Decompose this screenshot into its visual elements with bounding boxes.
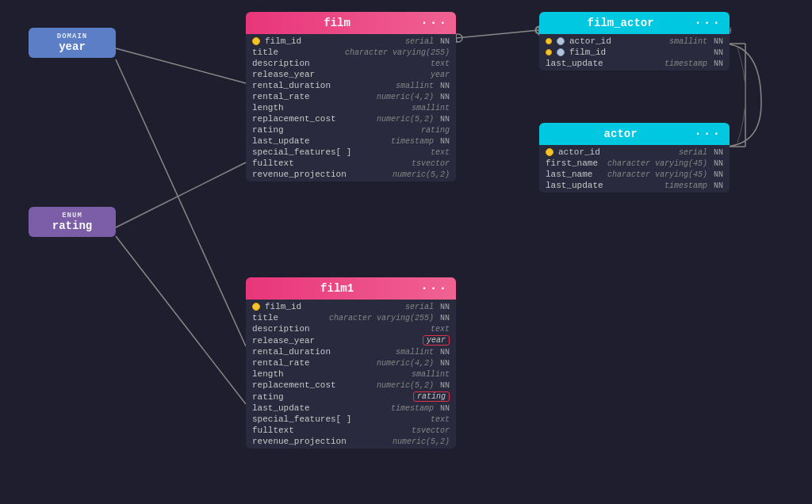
fk-icon (557, 48, 565, 56)
enum-rating-label-main: rating (38, 220, 106, 232)
svg-line-0 (116, 48, 246, 83)
col-type: numeric(4,2) (377, 359, 434, 368)
table-film-actor-dots[interactable]: ··· (694, 16, 722, 30)
col-name: actor_id (546, 147, 600, 157)
col-nn: NN (714, 59, 723, 68)
col-name: description (252, 59, 310, 68)
svg-line-1 (116, 59, 246, 346)
col-nn: NN (440, 303, 450, 311)
col-name: revenue_projection (252, 437, 347, 446)
pk-icon (252, 303, 260, 311)
table-row: length smallint (246, 102, 456, 113)
table-film-dots[interactable]: ··· (420, 16, 448, 30)
col-name: last_update (546, 59, 603, 68)
pk-icon (546, 49, 552, 55)
col-type: text (431, 148, 450, 157)
table-film1-title: film1 (254, 282, 420, 295)
table-row: last_update timestamp NN (539, 58, 730, 69)
col-type: serial (679, 148, 707, 157)
col-name: fulltext (252, 158, 294, 168)
col-nn: NN (440, 93, 450, 101)
col-type: character varying(45) (607, 159, 707, 168)
enum-rating-label-top: ENUM (38, 212, 106, 220)
table-row: last_update timestamp NN (539, 180, 730, 191)
table-film-body: film_id serial NN title character varyin… (246, 34, 456, 181)
table-row: film_id serial NN (246, 36, 456, 47)
col-name: length (252, 103, 284, 113)
col-name: special_features[ ] (252, 414, 351, 424)
table-row: release_year year (246, 69, 456, 80)
col-nn: NN (714, 170, 723, 179)
col-type: numeric(4,2) (377, 93, 434, 101)
col-name: rating (252, 125, 284, 135)
table-film1: film1 ··· film_id serial NN title charac… (246, 277, 456, 449)
table-film1-dots[interactable]: ··· (420, 281, 448, 296)
col-type: serial (405, 37, 434, 46)
col-nn: NN (440, 404, 450, 413)
col-type: smallint (396, 82, 434, 90)
table-row: film_id NN (539, 47, 730, 58)
col-nn: NN (714, 159, 723, 168)
table-row: release_year year (246, 334, 456, 346)
svg-line-3 (116, 236, 246, 404)
col-type: tsvector (412, 426, 450, 435)
col-type: serial (405, 303, 434, 311)
col-name: actor_id (546, 36, 611, 46)
table-row: first_name character varying(45) NN (539, 158, 730, 169)
col-name: last_update (546, 181, 603, 190)
table-row: description text (246, 58, 456, 69)
table-row: rental_duration smallint NN (246, 346, 456, 357)
table-row: special_features[ ] text (246, 414, 456, 425)
col-nn: NN (440, 359, 450, 368)
pk-icon (546, 148, 553, 156)
col-nn: NN (714, 148, 723, 157)
col-name: last_update (252, 403, 310, 413)
col-type: timestamp (391, 404, 434, 413)
table-row: film_id serial NN (246, 301, 456, 312)
table-film-actor-body: actor_id smallint NN film_id NN last_upd… (539, 34, 730, 71)
col-name: description (252, 324, 310, 334)
table-row: revenue_projection numeric(5,2) (246, 436, 456, 447)
col-type: text (431, 59, 450, 68)
col-nn: NN (440, 348, 450, 357)
col-name: title (252, 313, 278, 323)
domain-year-label-top: DOMAIN (38, 32, 106, 40)
col-type: smallint (412, 370, 450, 379)
col-name: first_name (546, 158, 598, 168)
col-name: rental_rate (252, 358, 310, 368)
col-nn: NN (440, 137, 450, 146)
fk-icon (557, 37, 565, 45)
svg-line-2 (116, 162, 246, 227)
table-film1-body: film_id serial NN title character varyin… (246, 300, 456, 449)
col-type: timestamp (665, 59, 707, 68)
table-row: last_update timestamp NN (246, 136, 456, 147)
col-name: rental_duration (252, 347, 331, 357)
table-row: title character varying(255) NN (246, 312, 456, 323)
table-actor: actor ··· actor_id serial NN first_name … (539, 123, 730, 193)
col-type: numeric(5,2) (377, 115, 434, 124)
col-type: smallint (669, 37, 707, 46)
col-name: film_id (546, 48, 606, 57)
col-nn: NN (714, 181, 723, 190)
col-name: last_update (252, 136, 310, 146)
table-row: last_name character varying(45) NN (539, 169, 730, 180)
col-name: rental_rate (252, 92, 310, 101)
col-type: text (431, 415, 450, 424)
table-row: fulltext tsvector (246, 158, 456, 169)
table-row: actor_id smallint NN (539, 36, 730, 47)
col-nn: NN (440, 82, 450, 90)
pk-icon (546, 38, 552, 44)
domain-year-label-main: year (38, 40, 106, 53)
col-type: timestamp (391, 137, 434, 146)
col-type: rating (421, 126, 450, 135)
col-name: rental_duration (252, 81, 331, 90)
table-actor-dots[interactable]: ··· (694, 127, 722, 141)
table-row: replacement_cost numeric(5,2) NN (246, 113, 456, 124)
table-row: rating rating (246, 391, 456, 403)
col-type: text (431, 325, 450, 334)
col-name: revenue_projection (252, 170, 347, 179)
table-row: description text (246, 323, 456, 334)
highlighted-year: year (423, 335, 450, 346)
table-film-actor: film_actor ··· actor_id smallint NN (539, 12, 730, 71)
col-name: last_name (546, 170, 592, 179)
